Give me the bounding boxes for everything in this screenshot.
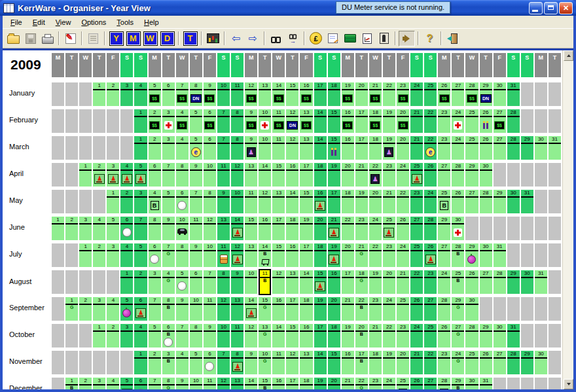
- day-cell[interactable]: 10G: [259, 351, 271, 374]
- chart-button[interactable]: [205, 31, 221, 46]
- day-cell[interactable]: 2$$: [149, 109, 161, 133]
- day-cell[interactable]: 19: [314, 378, 327, 389]
- day-cell[interactable]: 23: [438, 109, 450, 133]
- day-cell[interactable]: 20B: [355, 324, 368, 347]
- day-cell[interactable]: 18: [342, 190, 354, 213]
- day-cell[interactable]: 29: [465, 163, 478, 187]
- day-cell[interactable]: 17: [355, 136, 368, 160]
- day-cell[interactable]: 19: [328, 163, 340, 187]
- day-cell[interactable]: 17: [314, 324, 327, 347]
- day-cell[interactable]: 21$$: [369, 82, 382, 106]
- day-cell[interactable]: 10: [259, 109, 271, 133]
- day-cell[interactable]: 21: [383, 190, 395, 213]
- day-cell[interactable]: 31: [521, 190, 533, 213]
- day-cell[interactable]: 14: [245, 378, 257, 389]
- day-cell[interactable]: 9: [176, 297, 189, 321]
- day-cell[interactable]: 18: [369, 351, 382, 374]
- day-cell[interactable]: 3: [149, 270, 161, 294]
- day-cell[interactable]: 4: [134, 82, 147, 106]
- day-cell[interactable]: 1B: [65, 378, 78, 389]
- day-cell[interactable]: 14: [272, 324, 285, 347]
- day-cell[interactable]: 9: [190, 243, 202, 267]
- day-cell[interactable]: 26: [410, 378, 423, 389]
- day-cell[interactable]: 24: [397, 243, 409, 267]
- day-cell[interactable]: 5: [134, 163, 147, 187]
- day-cell[interactable]: 5: [176, 270, 189, 294]
- month-view-button[interactable]: M: [125, 31, 141, 46]
- day-cell[interactable]: 1: [134, 351, 147, 374]
- scroll-down-button[interactable]: [564, 379, 573, 389]
- day-cell[interactable]: 14: [300, 270, 312, 294]
- day-cell[interactable]: 19♟: [383, 136, 395, 160]
- day-cell[interactable]: 18: [328, 82, 340, 106]
- day-cell[interactable]: 17: [286, 297, 298, 321]
- day-cell[interactable]: 17: [286, 378, 298, 389]
- day-cell[interactable]: 13: [231, 378, 243, 389]
- day-cell[interactable]: 7: [217, 109, 230, 133]
- day-cell[interactable]: 7: [176, 324, 189, 347]
- day-cell[interactable]: 4: [120, 163, 133, 187]
- day-cell[interactable]: 19: [314, 297, 327, 321]
- day-cell[interactable]: 11: [231, 324, 243, 347]
- day-cell[interactable]: 28B: [438, 378, 450, 389]
- day-cell[interactable]: 27: [424, 297, 437, 321]
- day-cell[interactable]: 23: [397, 324, 409, 347]
- day-cell[interactable]: 11: [272, 136, 285, 160]
- day-cell[interactable]: 12: [204, 217, 216, 240]
- day-cell[interactable]: 27G: [452, 324, 464, 347]
- day-cell[interactable]: 16: [272, 378, 285, 389]
- day-cell[interactable]: 5: [120, 297, 133, 321]
- day-cell[interactable]: 20: [314, 217, 327, 240]
- day-cell[interactable]: 26: [397, 217, 409, 240]
- day-cell[interactable]: 13: [300, 351, 312, 374]
- day-cell[interactable]: 30: [494, 82, 506, 106]
- day-cell[interactable]: 24: [424, 190, 437, 213]
- day-cell[interactable]: 23: [383, 163, 395, 187]
- scroll-up-button[interactable]: [564, 50, 573, 61]
- day-cell[interactable]: 24: [452, 136, 464, 160]
- day-cell[interactable]: 8: [149, 217, 161, 240]
- day-cell[interactable]: 15: [286, 82, 298, 106]
- day-cell[interactable]: 23: [438, 351, 450, 374]
- day-cell[interactable]: 7$$: [176, 82, 189, 106]
- day-cell[interactable]: 24: [383, 297, 395, 321]
- day-cell[interactable]: 14: [259, 163, 271, 187]
- day-cell[interactable]: 7: [149, 378, 161, 389]
- day-cell[interactable]: 23: [424, 270, 437, 294]
- day-cell[interactable]: 18: [300, 297, 312, 321]
- day-cell[interactable]: 16: [328, 270, 340, 294]
- day-cell[interactable]: 5e: [190, 136, 202, 160]
- day-cell[interactable]: 22: [424, 351, 437, 374]
- day-cell[interactable]: 3: [79, 217, 92, 240]
- day-cell[interactable]: 3: [162, 109, 175, 133]
- day-cell[interactable]: 23: [355, 217, 368, 240]
- day-cell[interactable]: 17: [342, 270, 354, 294]
- report-button[interactable]: [359, 31, 375, 46]
- day-cell[interactable]: 9: [176, 378, 189, 389]
- day-cell[interactable]: 17: [355, 109, 368, 133]
- find-button[interactable]: [268, 31, 284, 46]
- day-cell[interactable]: 23: [369, 378, 382, 389]
- day-cell[interactable]: 7: [134, 217, 147, 240]
- day-cell[interactable]: 27: [410, 217, 423, 240]
- day-cell[interactable]: 7: [204, 270, 216, 294]
- day-cell[interactable]: 1: [107, 190, 119, 213]
- day-cell[interactable]: 30: [535, 351, 547, 374]
- save-button[interactable]: [22, 31, 39, 46]
- day-cell[interactable]: 16: [342, 351, 354, 374]
- day-cell[interactable]: 10: [245, 270, 257, 294]
- day-cell[interactable]: 17B: [355, 351, 368, 374]
- day-cell[interactable]: 30: [452, 217, 464, 240]
- day-cell[interactable]: 16: [286, 243, 298, 267]
- day-cell[interactable]: 11: [217, 163, 230, 187]
- day-cell[interactable]: 30: [521, 270, 533, 294]
- day-cell[interactable]: 16: [259, 217, 271, 240]
- day-cell[interactable]: 31: [480, 378, 492, 389]
- day-cell[interactable]: 13: [245, 243, 257, 267]
- day-cell[interactable]: 20: [397, 136, 409, 160]
- day-cell[interactable]: 27: [494, 351, 506, 374]
- day-cell[interactable]: 22: [369, 243, 382, 267]
- day-cell[interactable]: 19: [383, 109, 395, 133]
- day-cell[interactable]: 30: [480, 243, 492, 267]
- day-cell[interactable]: 3: [93, 297, 105, 321]
